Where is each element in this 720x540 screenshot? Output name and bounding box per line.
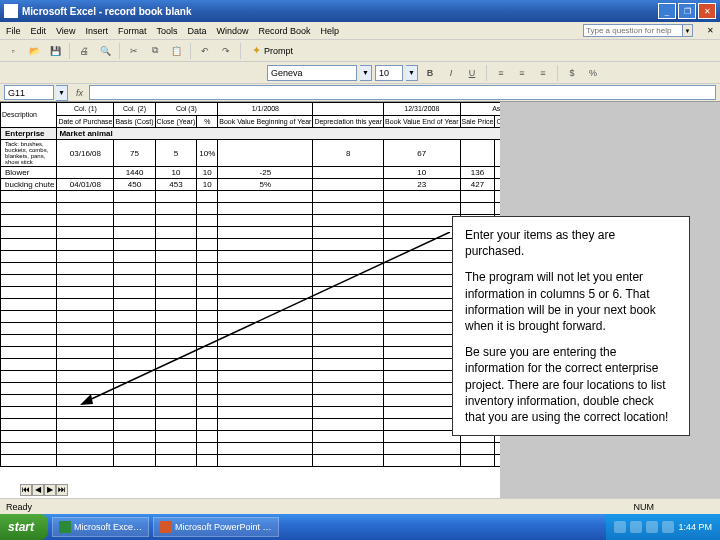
status-bar: Ready NUM	[0, 498, 720, 514]
tab-nav-next-icon[interactable]: ▶	[44, 484, 56, 496]
star-icon: ✦	[252, 44, 261, 57]
menu-insert[interactable]: Insert	[85, 26, 108, 36]
instruction-callout: Enter your items as they are purchased. …	[452, 216, 690, 436]
cell[interactable]: 427	[460, 179, 495, 191]
cell[interactable]: 136	[460, 167, 495, 179]
maximize-button[interactable]: ❐	[678, 3, 696, 19]
preview-icon[interactable]: 🔍	[96, 42, 114, 60]
align-right-icon[interactable]: ≡	[534, 64, 552, 82]
menu-window[interactable]: Window	[216, 26, 248, 36]
name-box[interactable]: G11	[4, 85, 54, 100]
menu-edit[interactable]: Edit	[31, 26, 47, 36]
tab-nav-first-icon[interactable]: ⏮	[20, 484, 32, 496]
tray-icon[interactable]	[630, 521, 642, 533]
percent-icon[interactable]: %	[584, 64, 602, 82]
menu-tools[interactable]: Tools	[156, 26, 177, 36]
cell[interactable]	[460, 140, 495, 167]
paste-icon[interactable]: 📋	[167, 42, 185, 60]
menu-format[interactable]: Format	[118, 26, 147, 36]
cell[interactable]: 5%	[218, 179, 313, 191]
menu-view[interactable]: View	[56, 26, 75, 36]
cell[interactable]: 10	[384, 167, 460, 179]
italic-icon[interactable]: I	[442, 64, 460, 82]
table-row[interactable]	[1, 443, 562, 455]
font-dropdown-icon[interactable]: ▼	[360, 65, 372, 81]
cell[interactable]: 453	[155, 179, 197, 191]
currency-icon[interactable]: $	[563, 64, 581, 82]
prompt-button[interactable]: ✦ Prompt	[246, 42, 299, 60]
cell-desc[interactable]: Blower	[1, 167, 57, 179]
table-row[interactable]: Blower 1440 10 10 -25 10 136	[1, 167, 562, 179]
font-name-select[interactable]: Geneva	[267, 65, 357, 81]
table-row[interactable]	[1, 191, 562, 203]
cell[interactable]	[313, 167, 384, 179]
sub-depr: Depreciation this year	[313, 115, 384, 128]
cell-desc[interactable]: bucking chute	[1, 179, 57, 191]
window-titlebar: Microsoft Excel - record book blank _ ❐ …	[0, 0, 720, 22]
underline-icon[interactable]: U	[463, 64, 481, 82]
cell[interactable]: 450	[114, 179, 155, 191]
cell[interactable]: 04/01/08	[57, 179, 114, 191]
close-button[interactable]: ✕	[698, 3, 716, 19]
menu-recordbook[interactable]: Record Book	[258, 26, 310, 36]
taskbar-item-excel[interactable]: Microsoft Exce…	[52, 517, 149, 537]
powerpoint-icon	[160, 521, 172, 533]
redo-icon[interactable]: ↷	[217, 42, 235, 60]
start-button[interactable]: start	[0, 514, 48, 540]
cell[interactable]: 10	[197, 167, 218, 179]
cell[interactable]: 8	[313, 140, 384, 167]
help-search-input[interactable]	[583, 24, 683, 37]
prompt-label: Prompt	[264, 46, 293, 56]
help-dropdown-icon[interactable]: ▼	[683, 24, 693, 37]
fx-icon[interactable]: fx	[76, 88, 83, 98]
align-center-icon[interactable]: ≡	[513, 64, 531, 82]
taskbar-item-powerpoint[interactable]: Microsoft PowerPoint …	[153, 517, 279, 537]
cell[interactable]: 10	[155, 167, 197, 179]
callout-p3: Be sure you are entering the information…	[465, 344, 677, 425]
copy-icon[interactable]: ⧉	[146, 42, 164, 60]
align-left-icon[interactable]: ≡	[492, 64, 510, 82]
tray-icon[interactable]	[662, 521, 674, 533]
worksheet-area[interactable]: Description Col. (1) Col. (2) Col (3) 1/…	[0, 102, 720, 512]
cell[interactable]: 10	[197, 179, 218, 191]
col-header-3: Col (3)	[155, 103, 218, 116]
cell[interactable]: 5	[155, 140, 197, 167]
table-row[interactable]	[1, 455, 562, 467]
print-icon[interactable]: 🖨	[75, 42, 93, 60]
cell[interactable]: 03/16/08	[57, 140, 114, 167]
cell[interactable]: 10%	[197, 140, 218, 167]
bold-icon[interactable]: B	[421, 64, 439, 82]
cell[interactable]: 75	[114, 140, 155, 167]
tray-icon[interactable]	[646, 521, 658, 533]
cut-icon[interactable]: ✂	[125, 42, 143, 60]
cell-desc[interactable]: Tack: brushes, buckets, combs, blankets,…	[1, 140, 57, 167]
tab-nav-prev-icon[interactable]: ◀	[32, 484, 44, 496]
menu-help[interactable]: Help	[321, 26, 340, 36]
cell[interactable]	[57, 167, 114, 179]
minimize-button[interactable]: _	[658, 3, 676, 19]
font-size-select[interactable]: 10	[375, 65, 403, 81]
cell[interactable]	[313, 179, 384, 191]
table-row[interactable]: bucking chute 04/01/08 450 453 10 5% 23 …	[1, 179, 562, 191]
menu-data[interactable]: Data	[187, 26, 206, 36]
cell[interactable]	[218, 140, 313, 167]
table-row[interactable]	[1, 203, 562, 215]
namebox-dropdown-icon[interactable]: ▼	[56, 85, 68, 101]
cell[interactable]: 23	[384, 179, 460, 191]
menu-close-x[interactable]: ✕	[707, 26, 714, 35]
new-icon[interactable]: ▫	[4, 42, 22, 60]
formula-input[interactable]	[89, 85, 716, 100]
table-row[interactable]: Tack: brushes, buckets, combs, blankets,…	[1, 140, 562, 167]
cell[interactable]: 67	[384, 140, 460, 167]
size-dropdown-icon[interactable]: ▼	[406, 65, 418, 81]
undo-icon[interactable]: ↶	[196, 42, 214, 60]
cell[interactable]: 1440	[114, 167, 155, 179]
cell[interactable]: -25	[218, 167, 313, 179]
tray-icon[interactable]	[614, 521, 626, 533]
save-icon[interactable]: 💾	[46, 42, 64, 60]
tab-nav-last-icon[interactable]: ⏭	[56, 484, 68, 496]
clock[interactable]: 1:44 PM	[678, 522, 712, 532]
standard-toolbar: ▫ 📂 💾 🖨 🔍 ✂ ⧉ 📋 ↶ ↷ ✦ Prompt	[0, 40, 720, 62]
menu-file[interactable]: File	[6, 26, 21, 36]
open-icon[interactable]: 📂	[25, 42, 43, 60]
